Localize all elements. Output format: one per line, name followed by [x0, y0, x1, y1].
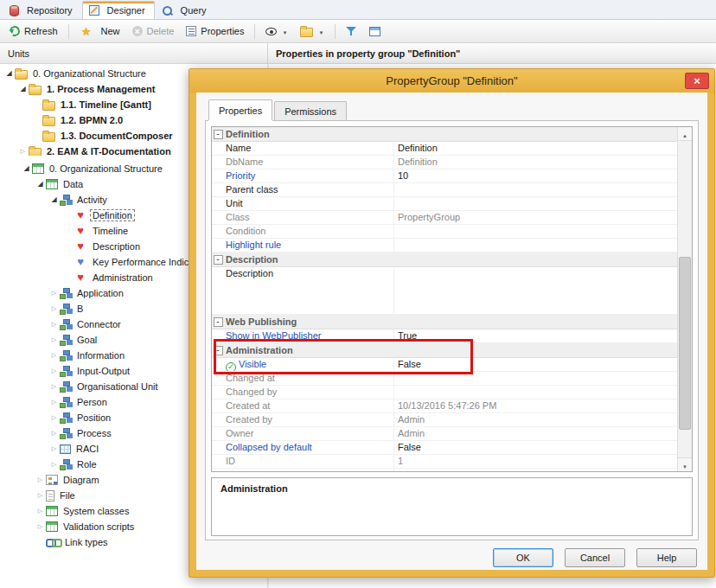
grid-row[interactable]: Description — [212, 252, 677, 267]
property-value[interactable]: Admin — [393, 413, 677, 426]
property-value[interactable]: 10 — [393, 169, 677, 182]
folder-dropdown-button[interactable] — [295, 23, 329, 40]
grid-row[interactable]: Visible False — [212, 358, 677, 372]
grid-row[interactable]: Name Definition — [212, 142, 677, 156]
new-button[interactable]: New — [74, 22, 125, 40]
property-value[interactable]: PropertyGroup — [393, 211, 677, 224]
category-collapse-icon[interactable] — [212, 225, 224, 238]
expander-icon[interactable]: ▷ — [48, 316, 60, 332]
category-collapse-icon[interactable] — [212, 142, 224, 155]
category-collapse-icon[interactable] — [212, 386, 224, 399]
property-value[interactable]: Admin — [393, 427, 677, 440]
category-collapse-icon[interactable] — [212, 127, 224, 141]
category-collapse-icon[interactable] — [212, 183, 224, 196]
scroll-down-button[interactable] — [678, 457, 692, 471]
dialog-tab[interactable]: Properties — [208, 99, 272, 120]
expander-icon[interactable]: ◢ — [3, 66, 15, 81]
category-collapse-icon[interactable] — [212, 211, 224, 224]
property-value[interactable] — [393, 343, 677, 357]
grid-row[interactable]: UUID 5a36a605-545b-4358-8447-b6ac60b0b43… — [212, 469, 677, 472]
category-collapse-icon[interactable] — [212, 469, 224, 472]
scroll-up-button[interactable] — [678, 127, 692, 141]
category-collapse-icon[interactable] — [212, 169, 224, 182]
property-value[interactable]: False — [393, 358, 677, 371]
expander-icon[interactable]: ▷ — [48, 379, 60, 394]
main-tab[interactable]: Designer — [82, 1, 155, 19]
property-value[interactable] — [393, 315, 677, 329]
category-collapse-icon[interactable] — [212, 329, 224, 342]
form-designer-button[interactable] — [364, 24, 386, 39]
expander-icon[interactable]: ▷ — [35, 488, 46, 503]
grid-row[interactable]: Created by Admin — [212, 413, 677, 427]
expander-icon[interactable]: ▷ — [35, 503, 46, 519]
grid-row[interactable]: Changed by — [212, 386, 677, 399]
property-value[interactable]: True — [393, 329, 677, 342]
property-value[interactable] — [393, 127, 677, 141]
grid-row[interactable]: Web Publishing — [212, 315, 677, 329]
expander-icon[interactable]: ◢ — [21, 161, 32, 176]
scrollbar-thumb[interactable] — [679, 257, 691, 430]
grid-row[interactable]: Description — [212, 267, 677, 315]
category-collapse-icon[interactable] — [212, 343, 224, 357]
ok-button[interactable]: OK — [493, 548, 553, 567]
category-collapse-icon[interactable] — [212, 427, 224, 440]
expander-icon[interactable]: ▷ — [35, 519, 46, 534]
grid-row[interactable]: Collapsed by default False — [212, 441, 677, 455]
category-collapse-icon[interactable] — [212, 197, 224, 210]
expander-icon[interactable]: ▷ — [48, 363, 60, 379]
property-value[interactable] — [393, 372, 677, 385]
grid-row[interactable]: Condition — [212, 225, 677, 239]
property-value[interactable]: 1 — [393, 455, 677, 468]
grid-row[interactable]: Changed at — [212, 372, 677, 386]
grid-row[interactable]: Priority 10 — [212, 169, 677, 183]
property-value[interactable]: 10/13/2016 5:47:26 PM — [393, 399, 677, 412]
category-collapse-icon[interactable] — [212, 399, 224, 412]
category-collapse-icon[interactable] — [212, 372, 224, 385]
property-value[interactable]: False — [393, 441, 677, 454]
expander-icon[interactable]: ◢ — [48, 192, 60, 208]
grid-row[interactable]: Definition — [212, 127, 677, 142]
main-tab[interactable]: Repository — [3, 1, 82, 19]
property-value[interactable] — [393, 239, 677, 252]
properties-button[interactable]: Properties — [181, 23, 249, 39]
property-value[interactable] — [393, 183, 677, 196]
expander-icon[interactable]: ◢ — [17, 81, 29, 97]
expander-icon[interactable]: ▷ — [48, 425, 60, 441]
grid-row[interactable]: Class PropertyGroup — [212, 211, 677, 225]
expander-icon[interactable]: ▷ — [35, 472, 46, 488]
category-collapse-icon[interactable] — [212, 455, 224, 468]
category-collapse-icon[interactable] — [212, 358, 224, 371]
delete-button[interactable]: Delete — [127, 23, 180, 39]
close-button[interactable] — [685, 73, 709, 89]
property-value[interactable] — [393, 386, 677, 399]
view-dropdown-button[interactable] — [260, 23, 293, 39]
expander-icon[interactable]: ▷ — [48, 394, 60, 410]
grid-scrollbar[interactable] — [677, 127, 692, 471]
grid-row[interactable]: Administration — [212, 343, 677, 358]
expander-icon[interactable]: ▷ — [48, 441, 60, 457]
category-collapse-icon[interactable] — [212, 252, 224, 266]
grid-row[interactable]: Created at 10/13/2016 5:47:26 PM — [212, 399, 677, 413]
property-value[interactable] — [393, 252, 677, 266]
grid-row[interactable]: Owner Admin — [212, 427, 677, 441]
expander-icon[interactable]: ▷ — [48, 301, 60, 316]
category-collapse-icon[interactable] — [212, 441, 224, 454]
expander-icon[interactable]: ▷ — [48, 332, 60, 348]
dialog-tab[interactable]: Permissions — [274, 101, 347, 120]
expander-icon[interactable]: ▷ — [48, 285, 60, 301]
grid-row[interactable]: Show in WebPublisher True — [212, 329, 677, 343]
expander-icon[interactable]: ▷ — [48, 410, 60, 425]
grid-row[interactable]: Parent class — [212, 183, 677, 197]
category-collapse-icon[interactable] — [212, 267, 224, 314]
property-value[interactable]: Definition — [393, 156, 677, 169]
property-value[interactable]: 5a36a605-545b-4358-8447-b6ac60b0b43a — [393, 469, 677, 472]
property-value[interactable]: Definition — [393, 142, 677, 155]
grid-row[interactable]: ID 1 — [212, 455, 677, 469]
expander-icon[interactable]: ▷ — [48, 457, 60, 472]
property-value[interactable] — [393, 267, 677, 314]
category-collapse-icon[interactable] — [212, 239, 224, 252]
main-tab[interactable]: Query — [155, 1, 216, 19]
property-value[interactable] — [393, 225, 677, 238]
dialog-titlebar[interactable]: PropertyGroup "Definition" — [189, 69, 714, 93]
refresh-button[interactable]: Refresh — [4, 23, 63, 39]
